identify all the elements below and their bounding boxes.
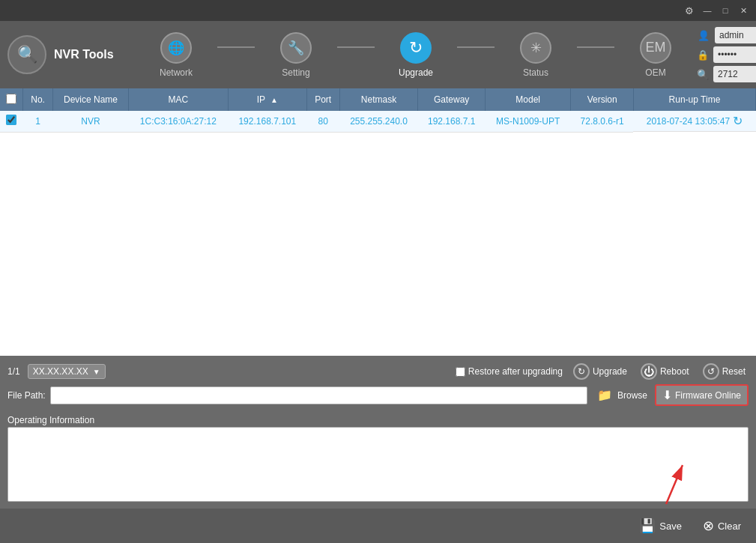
download-icon: ⬇ (662, 388, 672, 402)
nav-connector-4 (577, 46, 614, 48)
tab-network[interactable]: 🌐 Network (135, 21, 217, 88)
select-all-checkbox[interactable] (6, 94, 16, 104)
network-icon: 🌐 (160, 32, 192, 64)
operating-info-label: Operating Information (7, 413, 749, 427)
browse-button[interactable]: 📁 Browse (592, 386, 650, 404)
save-icon: 💾 (639, 518, 656, 534)
clear-button[interactable]: ⊗ Clear (697, 515, 747, 537)
upgrade-icon: ↻ (400, 32, 432, 64)
file-path-row: File Path: 📁 Browse ⬇ Firmware Online (0, 384, 756, 409)
setting-icon: 🔧 (280, 32, 312, 64)
header-netmask: Netmask (339, 88, 418, 111)
password-field: 🔒 ● (697, 46, 756, 63)
maximize-button[interactable]: □ (719, 4, 732, 17)
tab-oem[interactable]: EM OEM (614, 21, 697, 88)
device-table: No. Device Name MAC IP ▲ Port Netmask Ga… (0, 88, 756, 133)
firmware-online-button[interactable]: ⬇ Firmware Online (655, 384, 749, 406)
device-table-wrapper: No. Device Name MAC IP ▲ Port Netmask Ga… (0, 88, 756, 356)
ip-filter-dropdown[interactable]: XX.XX.XX.XX ▼ (28, 364, 106, 379)
pagination-row: 1/1 XX.XX.XX.XX ▼ Restore after upgradin… (0, 356, 756, 384)
status-icon: ✳ (520, 32, 551, 64)
header: 🔍 NVR Tools 🌐 Network 🔧 Setting ↻ Upgrad… (0, 21, 756, 88)
username-input[interactable] (715, 27, 756, 43)
header-device-name: Device Name (53, 88, 128, 111)
tab-oem-label: OEM (645, 67, 665, 78)
reset-button[interactable]: ↺ Reset (700, 362, 749, 381)
header-mac: MAC (128, 88, 228, 111)
content-wrapper: No. Device Name MAC IP ▲ Port Netmask Ga… (0, 88, 756, 543)
dropdown-arrow-icon: ▼ (93, 368, 100, 376)
row-mac: 1C:C3:16:0A:27:12 (128, 111, 228, 132)
operating-info-textarea[interactable] (7, 427, 749, 502)
row-no: 1 (23, 111, 53, 132)
header-gateway: Gateway (418, 88, 486, 111)
reboot-button[interactable]: ⏻ Reboot (638, 362, 692, 381)
lock-icon: 🔒 (697, 48, 709, 61)
operating-info-section: Operating Information (0, 413, 756, 509)
tab-setting-label: Setting (282, 67, 309, 78)
user-icon: 👤 (697, 28, 710, 42)
sort-arrow-icon: ▲ (270, 96, 278, 104)
tab-status-label: Status (523, 67, 548, 78)
row-run-up-time: 2018-07-24 13:05:47 ↻ (633, 111, 755, 132)
title-bar: ⚙ — □ ✕ (0, 0, 756, 21)
clear-icon: ⊗ (703, 518, 714, 534)
close-button[interactable]: ✕ (737, 4, 750, 17)
ip-filter-value: XX.XX.XX.XX (33, 366, 88, 377)
search-icon: 🔍 (697, 67, 709, 81)
nav-tabs: 🌐 Network 🔧 Setting ↻ Upgrade ✳ Status E… (135, 21, 697, 88)
nav-connector-2 (337, 46, 375, 48)
folder-icon: 📁 (595, 388, 614, 403)
logo-area: 🔍 NVR Tools (0, 21, 135, 88)
restore-checkbox[interactable] (456, 367, 465, 377)
row-checkbox[interactable] (6, 115, 16, 125)
upgrade-button[interactable]: ↻ Upgrade (570, 362, 630, 381)
logo-icon: 🔍 (7, 35, 46, 74)
password-input[interactable] (713, 46, 756, 63)
restore-label: Restore after upgrading (456, 366, 563, 377)
search-input[interactable] (713, 66, 756, 82)
save-label: Save (659, 521, 682, 532)
header-model: Model (485, 88, 570, 111)
search-field: 🔍 ↻ (697, 66, 756, 82)
tab-setting[interactable]: 🔧 Setting (255, 21, 337, 88)
reboot-icon: ⏻ (641, 363, 657, 380)
row-device-name: NVR (53, 111, 128, 132)
arrow-annotation-container (7, 427, 749, 504)
file-path-label: File Path: (7, 390, 46, 401)
row-gateway: 192.168.7.1 (418, 111, 486, 132)
file-path-input[interactable] (50, 386, 587, 404)
header-checkbox-cell (0, 88, 23, 111)
row-version: 72.8.0.6-r1 (571, 111, 634, 132)
nav-connector-3 (457, 46, 495, 48)
refresh-row-icon[interactable]: ↻ (733, 114, 743, 128)
firmware-online-label: Firmware Online (675, 390, 741, 401)
row-ip: 192.168.7.101 (228, 111, 306, 132)
tab-upgrade-label: Upgrade (399, 67, 433, 78)
header-ip[interactable]: IP ▲ (228, 88, 306, 111)
pagination-info: 1/1 (7, 366, 20, 377)
tab-upgrade[interactable]: ↻ Upgrade (375, 21, 457, 88)
upgrade-icon: ↻ (573, 363, 590, 380)
bottom-bar: 💾 Save ⊗ Clear (0, 509, 756, 543)
header-port: Port (306, 88, 339, 111)
minimize-button[interactable]: — (701, 4, 714, 17)
header-run-up-time: Run-up Time (633, 88, 755, 111)
tab-status[interactable]: ✳ Status (495, 21, 577, 88)
header-version: Version (571, 88, 634, 111)
clear-label: Clear (718, 521, 741, 532)
bottom-controls: 1/1 XX.XX.XX.XX ▼ Restore after upgradin… (0, 356, 756, 543)
header-no: No. (23, 88, 53, 111)
row-netmask: 255.255.240.0 (339, 111, 418, 132)
row-port: 80 (306, 111, 339, 132)
oem-icon: EM (640, 32, 671, 64)
nav-connector-1 (217, 46, 255, 48)
reset-icon: ↺ (703, 363, 719, 380)
logo-text: NVR Tools (54, 48, 114, 61)
tab-network-label: Network (160, 67, 193, 78)
table-row[interactable]: 1 NVR 1C:C3:16:0A:27:12 192.168.7.101 80… (0, 111, 756, 132)
save-button[interactable]: 💾 Save (633, 515, 688, 537)
row-model: MS-N1009-UPT (485, 111, 570, 132)
gear-icon[interactable]: ⚙ (683, 4, 696, 17)
table-header-row: No. Device Name MAC IP ▲ Port Netmask Ga… (0, 88, 756, 111)
